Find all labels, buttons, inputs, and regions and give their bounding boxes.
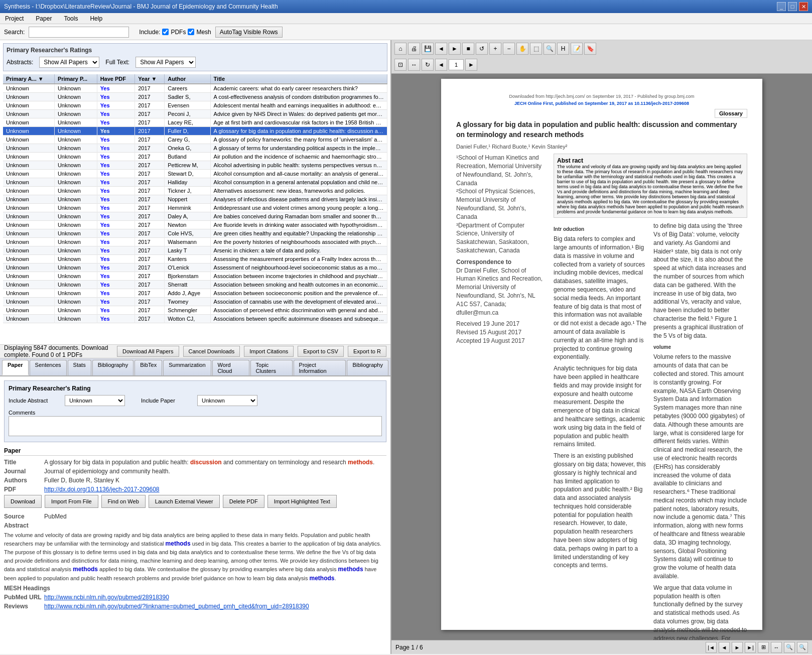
delete-pdf-button[interactable]: Delete PDF xyxy=(223,495,264,508)
pdf-tool-stop[interactable]: ■ xyxy=(462,43,474,55)
col-year[interactable]: Year ▼ xyxy=(135,74,165,84)
table-row[interactable]: UnknownUnknownYes2017EvensenAdolescent m… xyxy=(3,101,387,110)
table-row[interactable]: UnknownUnknownYes2017Lasky TArsenic in c… xyxy=(3,246,387,255)
pdf-tool-save[interactable]: 💾 xyxy=(422,43,434,55)
table-row[interactable]: UnknownUnknownYes2017Wotton CJ,Associati… xyxy=(3,315,387,323)
col-have-pdf[interactable]: Have PDF xyxy=(97,74,135,84)
minimize-button[interactable]: _ xyxy=(777,2,786,11)
pdf-nav-fit-page[interactable]: ⊞ xyxy=(758,642,769,653)
table-row[interactable]: UnknownUnknownYes2017HallidayAlcohol con… xyxy=(3,178,387,187)
pdf-nav-prev[interactable]: ◄ xyxy=(719,642,730,653)
close-button[interactable]: ✕ xyxy=(799,2,808,11)
menu-help[interactable]: Help xyxy=(87,14,105,23)
download-all-button[interactable]: Download All Papers xyxy=(117,346,179,357)
download-button[interactable]: Download xyxy=(4,495,42,508)
table-row[interactable]: UnknownUnknownYes2017Lacey RE,Age at fir… xyxy=(3,118,387,127)
table-row[interactable]: UnknownUnknownYes2017Sadler S,A cost-eff… xyxy=(3,93,387,101)
tab-stats[interactable]: Stats xyxy=(68,360,91,375)
pdf-tool-zoomout[interactable]: − xyxy=(503,43,515,55)
pdf-tool-refresh[interactable]: ↺ xyxy=(476,43,488,55)
table-row[interactable]: UnknownUnknownYes2017NewtonAre fluoride … xyxy=(3,221,387,229)
cancel-downloads-button[interactable]: Cancel Downloads xyxy=(183,346,240,357)
table-row[interactable]: UnknownUnknownYes2017NoppertAnalyses of … xyxy=(3,195,387,204)
pdf-tool-note[interactable]: 📝 xyxy=(571,43,583,55)
import-from-file-button[interactable]: Import From File xyxy=(45,495,98,508)
pdf-tool-search[interactable]: 🔍 xyxy=(544,43,556,55)
table-row[interactable]: UnknownUnknownYes2017Daley A,Are babies … xyxy=(3,212,387,221)
table-row[interactable]: UnknownUnknownYes2017Fuller D,A glossary… xyxy=(3,127,387,136)
pdf-tool-back[interactable]: ◄ xyxy=(435,43,447,55)
table-row[interactable]: UnknownUnknownYes2017O'LenickAssessment … xyxy=(3,264,387,272)
find-on-web-button[interactable]: Find on Web xyxy=(101,495,146,508)
pdf-nav-next[interactable]: ► xyxy=(732,642,743,653)
pdf-tool-bookmark[interactable]: 🔖 xyxy=(584,43,596,55)
tab-bibtex[interactable]: BibTex xyxy=(134,360,162,375)
table-row[interactable]: UnknownUnknownYes2017KantersAssessing th… xyxy=(3,255,387,264)
table-row[interactable]: UnknownUnknownYes2017WalsemannAre the po… xyxy=(3,238,387,246)
table-row[interactable]: UnknownUnknownYes2017Cole HVS,Are green … xyxy=(3,229,387,238)
export-r-button[interactable]: Export to R xyxy=(348,346,386,357)
pdf-nav-first[interactable]: |◄ xyxy=(706,642,717,653)
pdf-tool-zoomin[interactable]: + xyxy=(489,43,501,55)
pdf-tool-width[interactable]: ↔ xyxy=(408,59,420,71)
pdf-nav-fit-width[interactable]: ↔ xyxy=(771,642,782,653)
table-row[interactable]: UnknownUnknownYes2017ButlandAir pollutio… xyxy=(3,153,387,161)
pdf-tool-home[interactable]: ⌂ xyxy=(394,43,407,55)
pdf-tool-hand[interactable]: ✋ xyxy=(516,43,528,55)
table-row[interactable]: UnknownUnknownYes2017CareersAcademic car… xyxy=(3,84,387,93)
table-row[interactable]: UnknownUnknownYes2017Petticrew M,Alcohol… xyxy=(3,161,387,170)
table-row[interactable]: UnknownUnknownYes2017HemminkAntidepressa… xyxy=(3,204,387,212)
launch-external-viewer-button[interactable]: Launch External Viewer xyxy=(149,495,220,508)
autotag-button[interactable]: AutoTag Visible Rows xyxy=(215,27,283,38)
pdf-tool-printer[interactable]: 🖨 xyxy=(408,43,420,55)
table-row[interactable]: UnknownUnknownYes2017Tickner J,Alternati… xyxy=(3,187,387,195)
pdf-nav-last[interactable]: ►| xyxy=(745,642,756,653)
mesh-checkbox[interactable] xyxy=(188,29,194,35)
pdf-page-next[interactable]: ► xyxy=(465,59,477,71)
pdf-page-input[interactable] xyxy=(449,59,464,70)
pdf-tool-highlight[interactable]: H xyxy=(557,43,569,55)
pdf-tool-fit[interactable]: ⊡ xyxy=(394,59,407,71)
pdfs-checkbox[interactable] xyxy=(162,29,169,35)
table-row[interactable]: UnknownUnknownYes2017Peconi J,Advice giv… xyxy=(3,110,387,118)
pdf-tool-select[interactable]: ⬚ xyxy=(530,43,542,55)
pubmed-url-link[interactable]: http://www.ncbi.nlm.nih.gov/pubmed/28918… xyxy=(44,594,169,601)
fulltext-select[interactable]: Show All Papers xyxy=(136,57,196,68)
search-input[interactable] xyxy=(29,27,129,38)
col-author[interactable]: Author xyxy=(165,74,210,84)
table-row[interactable]: UnknownUnknownYes2017Carey G,A glossary … xyxy=(3,136,387,144)
table-row[interactable]: UnknownUnknownYes2017SchmenglerAssociati… xyxy=(3,306,387,315)
col-title[interactable]: Title xyxy=(210,74,387,84)
table-row[interactable]: UnknownUnknownYes2017BjorkenstamAssociat… xyxy=(3,272,387,281)
maximize-button[interactable]: □ xyxy=(788,2,797,11)
pdf-page-prev[interactable]: ◄ xyxy=(435,59,447,71)
tab-paper[interactable]: Paper xyxy=(2,360,29,375)
tab-word-cloud[interactable]: Word Cloud xyxy=(212,360,249,375)
table-row[interactable]: UnknownUnknownYes2017Stewart D,Alcohol c… xyxy=(3,170,387,178)
pdf-nav-zoom-out[interactable]: 🔍 xyxy=(797,642,808,653)
table-row[interactable]: UnknownUnknownYes2017Oneka G,A glossary … xyxy=(3,144,387,153)
import-citations-button[interactable]: Import Citations xyxy=(244,346,294,357)
pdf-nav-zoom-in[interactable]: 🔍 xyxy=(784,642,795,653)
table-row[interactable]: UnknownUnknownYes2017TwomeyAssociation o… xyxy=(3,298,387,306)
export-csv-button[interactable]: Export to CSV xyxy=(298,346,344,357)
table-row[interactable]: UnknownUnknownYes2017Addo J, AgyeAssocia… xyxy=(3,289,387,298)
tab-sentences[interactable]: Sentences xyxy=(30,360,67,375)
col-primary-a[interactable]: Primary A... ▼ xyxy=(3,74,54,84)
abstracts-select[interactable]: Show All Papers xyxy=(39,57,99,68)
menu-project[interactable]: Project xyxy=(2,14,27,23)
tab-bibliography[interactable]: Bibliography xyxy=(92,360,134,375)
menu-tools[interactable]: Tools xyxy=(61,14,81,23)
pdf-tool-forward[interactable]: ► xyxy=(449,43,461,55)
tab-project-info[interactable]: Project Information xyxy=(294,360,346,375)
pdf-link[interactable]: http://dx.doi.org/10.1136/jech-2017-2096… xyxy=(44,486,160,493)
table-row[interactable]: UnknownUnknownYes2017SherrattAssociation… xyxy=(3,281,387,289)
comments-textarea[interactable] xyxy=(9,416,382,436)
include-paper-select[interactable]: Unknown xyxy=(197,395,257,406)
tab-topic-clusters[interactable]: Topic Clusters xyxy=(250,360,293,375)
abstract-rating-select[interactable]: Unknown xyxy=(65,395,125,406)
import-highlighted-text-button[interactable]: Import Highlighted Text xyxy=(267,495,337,508)
tab-summarization[interactable]: Summarization xyxy=(163,360,211,375)
menu-paper[interactable]: Paper xyxy=(33,14,55,23)
col-primary-p[interactable]: Primary P... xyxy=(54,74,97,84)
